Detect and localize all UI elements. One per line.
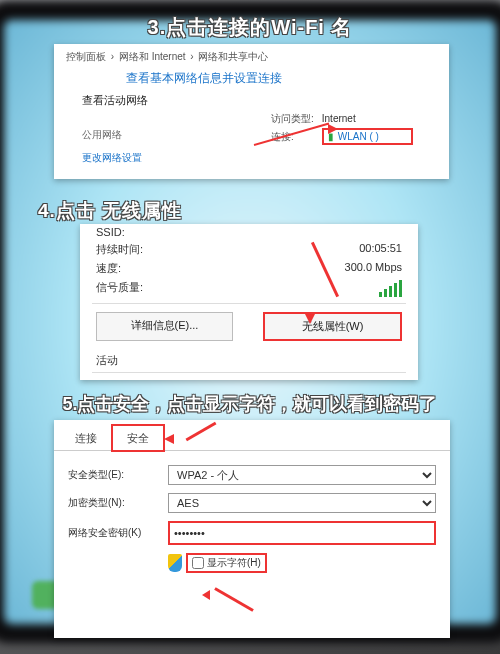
crumb-item[interactable]: 控制面板: [66, 51, 106, 62]
security-type-select[interactable]: WPA2 - 个人: [168, 465, 436, 485]
speed-label: 速度:: [96, 261, 186, 276]
wireless-properties-panel: 连接 安全 安全类型(E): WPA2 - 个人 加密类型(N): AES 网络…: [54, 420, 450, 638]
tab-connection[interactable]: 连接: [60, 425, 112, 451]
active-networks-label: 查看活动网络: [54, 91, 449, 110]
annotation-arrow-head: [202, 590, 210, 600]
duration-value: 00:05:51: [186, 242, 402, 257]
access-type-label: 访问类型:: [271, 112, 319, 126]
network-key-input[interactable]: [168, 521, 436, 545]
show-characters-checkbox[interactable]: [192, 557, 204, 569]
annotation-arrow-head: [164, 434, 174, 444]
crumb-item[interactable]: 网络和 Internet: [119, 51, 186, 62]
details-button[interactable]: 详细信息(E)...: [96, 312, 233, 341]
show-characters-box: 显示字符(H): [186, 553, 267, 573]
tab-security[interactable]: 安全: [112, 425, 164, 451]
network-key-label: 网络安全密钥(K): [68, 526, 168, 540]
divider: [92, 303, 406, 304]
network-sharing-center-panel: 控制面板 › 网络和 Internet › 网络和共享中心 查看基本网络信息并设…: [54, 44, 449, 179]
wireless-properties-button[interactable]: 无线属性(W): [263, 312, 402, 341]
encryption-type-label: 加密类型(N):: [68, 496, 168, 510]
breadcrumb: 控制面板 › 网络和 Internet › 网络和共享中心: [54, 44, 449, 68]
crumb-item[interactable]: 网络和共享中心: [198, 51, 268, 62]
security-type-label: 安全类型(E):: [68, 468, 168, 482]
step-5-title: 5.点击安全，点击显示字符，就可以看到密码了: [0, 392, 500, 416]
ssid-value: [186, 226, 402, 238]
annotation-arrow-head: [328, 124, 338, 134]
network-type: 公用网络: [82, 128, 271, 145]
speed-value: 300.0 Mbps: [186, 261, 402, 276]
signal-bars-icon: [377, 280, 402, 297]
show-characters-label: 显示字符(H): [207, 556, 261, 570]
annotation-arrow: [214, 587, 254, 612]
duration-label: 持续时间:: [96, 242, 186, 257]
signal-quality-label: 信号质量:: [96, 280, 186, 297]
wlan-link-text: WLAN ( ): [338, 131, 379, 142]
shield-icon: [168, 554, 182, 572]
ssid-label: SSID:: [96, 226, 186, 238]
network-name: [82, 112, 271, 126]
change-adapter-link[interactable]: 更改网络设置: [54, 145, 449, 165]
step-4-title: 4.点击 无线属性: [38, 198, 500, 224]
tab-bar: 连接 安全: [54, 424, 450, 451]
activity-label: 活动: [80, 345, 418, 368]
wlan-status-panel: SSID: 持续时间: 00:05:51 速度: 300.0 Mbps 信号质量…: [80, 224, 418, 380]
encryption-type-select[interactable]: AES: [168, 493, 436, 513]
headline-link[interactable]: 查看基本网络信息并设置连接: [54, 68, 449, 91]
divider: [92, 372, 406, 373]
annotation-arrow-head: [305, 314, 315, 324]
signal-quality-value: [186, 280, 402, 297]
step-3-title: 3.点击连接的Wi-Fi 名: [0, 14, 500, 41]
